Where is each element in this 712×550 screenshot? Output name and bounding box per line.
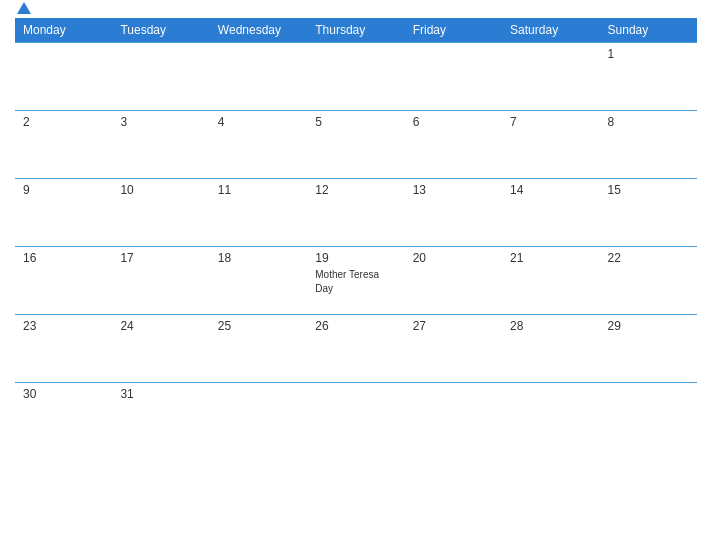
calendar-day-cell: 1 <box>600 43 697 111</box>
calendar-day-cell: 11 <box>210 179 307 247</box>
calendar-day-cell: 29 <box>600 315 697 383</box>
calendar-day-cell: 9 <box>15 179 112 247</box>
calendar-container: MondayTuesdayWednesdayThursdayFridaySatu… <box>0 0 712 550</box>
day-number: 17 <box>120 251 201 265</box>
calendar-day-cell: 25 <box>210 315 307 383</box>
day-number: 3 <box>120 115 201 129</box>
day-number: 10 <box>120 183 201 197</box>
calendar-day-cell: 14 <box>502 179 599 247</box>
weekday-header-row: MondayTuesdayWednesdayThursdayFridaySatu… <box>15 18 697 43</box>
calendar-week-row: 16171819Mother Teresa Day202122 <box>15 247 697 315</box>
calendar-day-cell: 20 <box>405 247 502 315</box>
logo-triangle-icon <box>17 2 31 14</box>
day-number: 27 <box>413 319 494 333</box>
weekday-header: Tuesday <box>112 18 209 43</box>
day-number: 14 <box>510 183 591 197</box>
weekday-header: Friday <box>405 18 502 43</box>
calendar-day-cell: 6 <box>405 111 502 179</box>
day-number: 20 <box>413 251 494 265</box>
calendar-day-cell: 2 <box>15 111 112 179</box>
calendar-day-cell: 5 <box>307 111 404 179</box>
day-number: 13 <box>413 183 494 197</box>
calendar-day-cell: 26 <box>307 315 404 383</box>
calendar-day-cell: 3 <box>112 111 209 179</box>
day-number: 21 <box>510 251 591 265</box>
day-number: 19 <box>315 251 396 265</box>
calendar-day-cell: 16 <box>15 247 112 315</box>
weekday-header: Monday <box>15 18 112 43</box>
calendar-day-cell: 7 <box>502 111 599 179</box>
day-number: 9 <box>23 183 104 197</box>
day-number: 26 <box>315 319 396 333</box>
day-number: 29 <box>608 319 689 333</box>
calendar-day-cell: 18 <box>210 247 307 315</box>
day-number: 25 <box>218 319 299 333</box>
logo <box>15 4 31 16</box>
calendar-day-cell: 23 <box>15 315 112 383</box>
day-number: 6 <box>413 115 494 129</box>
day-number: 5 <box>315 115 396 129</box>
day-number: 18 <box>218 251 299 265</box>
calendar-table: MondayTuesdayWednesdayThursdayFridaySatu… <box>15 18 697 451</box>
calendar-day-cell <box>307 383 404 451</box>
calendar-week-row: 2345678 <box>15 111 697 179</box>
day-number: 28 <box>510 319 591 333</box>
day-number: 11 <box>218 183 299 197</box>
day-number: 15 <box>608 183 689 197</box>
calendar-day-cell: 31 <box>112 383 209 451</box>
weekday-header: Thursday <box>307 18 404 43</box>
day-number: 1 <box>608 47 689 61</box>
calendar-day-cell: 24 <box>112 315 209 383</box>
calendar-day-cell <box>307 43 404 111</box>
weekday-header: Sunday <box>600 18 697 43</box>
calendar-day-cell: 19Mother Teresa Day <box>307 247 404 315</box>
calendar-week-row: 1 <box>15 43 697 111</box>
calendar-day-cell: 27 <box>405 315 502 383</box>
day-number: 12 <box>315 183 396 197</box>
calendar-day-cell <box>502 383 599 451</box>
calendar-day-cell: 17 <box>112 247 209 315</box>
calendar-day-cell: 12 <box>307 179 404 247</box>
calendar-week-row: 9101112131415 <box>15 179 697 247</box>
calendar-tbody: 12345678910111213141516171819Mother Tere… <box>15 43 697 451</box>
calendar-day-cell: 4 <box>210 111 307 179</box>
event-label: Mother Teresa Day <box>315 269 379 294</box>
day-number: 24 <box>120 319 201 333</box>
day-number: 30 <box>23 387 104 401</box>
calendar-day-cell: 8 <box>600 111 697 179</box>
calendar-day-cell: 28 <box>502 315 599 383</box>
calendar-day-cell <box>210 43 307 111</box>
calendar-day-cell <box>502 43 599 111</box>
calendar-day-cell: 15 <box>600 179 697 247</box>
calendar-day-cell: 21 <box>502 247 599 315</box>
day-number: 23 <box>23 319 104 333</box>
day-number: 2 <box>23 115 104 129</box>
calendar-week-row: 3031 <box>15 383 697 451</box>
calendar-day-cell: 22 <box>600 247 697 315</box>
weekday-header: Wednesday <box>210 18 307 43</box>
calendar-day-cell <box>600 383 697 451</box>
calendar-day-cell <box>405 43 502 111</box>
calendar-week-row: 23242526272829 <box>15 315 697 383</box>
day-number: 8 <box>608 115 689 129</box>
calendar-day-cell <box>405 383 502 451</box>
day-number: 7 <box>510 115 591 129</box>
day-number: 22 <box>608 251 689 265</box>
day-number: 16 <box>23 251 104 265</box>
calendar-day-cell <box>15 43 112 111</box>
calendar-day-cell: 10 <box>112 179 209 247</box>
weekday-header: Saturday <box>502 18 599 43</box>
day-number: 4 <box>218 115 299 129</box>
calendar-day-cell: 30 <box>15 383 112 451</box>
calendar-day-cell <box>112 43 209 111</box>
calendar-thead: MondayTuesdayWednesdayThursdayFridaySatu… <box>15 18 697 43</box>
day-number: 31 <box>120 387 201 401</box>
calendar-day-cell <box>210 383 307 451</box>
calendar-day-cell: 13 <box>405 179 502 247</box>
